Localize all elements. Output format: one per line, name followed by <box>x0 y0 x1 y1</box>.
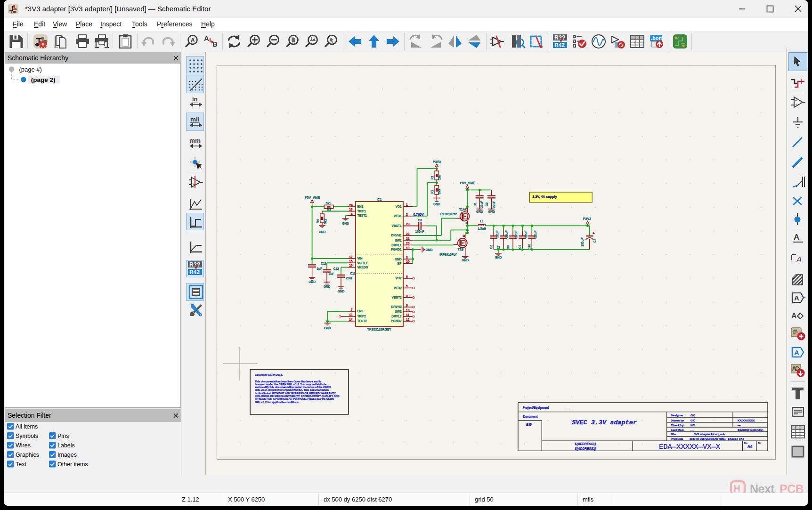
svg-text:GK: GK <box>690 419 695 422</box>
svg-text:s: s <box>466 221 467 224</box>
svg-text:C10: C10 <box>528 244 531 250</box>
svg-text:C12: C12 <box>333 267 339 270</box>
svg-text:GND: GND <box>338 290 345 293</box>
svg-text:19: 19 <box>406 246 410 250</box>
svg-text:3V3 adapter.kicad_sch: 3V3 adapter.kicad_sch <box>694 432 725 436</box>
svg-text:Rev: Rev <box>758 442 761 444</box>
svg-text:licensed under the CERN OHL v.: licensed under the CERN OHL v.1.2. You m… <box>255 383 326 386</box>
svg-text:22: 22 <box>406 232 410 235</box>
svg-text:150uF: 150uF <box>581 238 584 247</box>
svg-text:DRVH2: DRVH2 <box>391 305 402 308</box>
svg-text:22uF: 22uF <box>480 201 483 208</box>
svg-text:R2: R2 <box>430 189 434 194</box>
svg-text:P3V3: P3V3 <box>583 217 591 220</box>
svg-text:C9: C9 <box>518 244 521 249</box>
svg-text:BE/: BE/ <box>526 423 532 426</box>
svg-text:PGND2: PGND2 <box>391 319 402 323</box>
svg-text:GK: GK <box>690 413 695 417</box>
svg-text:(page 2): (page 2) <box>31 76 56 83</box>
svg-text:Wires: Wires <box>16 442 31 449</box>
svg-text:C13: C13 <box>350 272 356 275</box>
svg-text:GND: GND <box>309 280 316 283</box>
svg-text:13: 13 <box>349 313 353 316</box>
svg-text:C3: C3 <box>418 219 422 222</box>
svg-text:GND: GND <box>433 202 440 206</box>
svg-text:22uF: 22uF <box>514 230 518 237</box>
svg-text:25: 25 <box>406 260 410 263</box>
svg-text:A: A <box>204 34 209 42</box>
svg-text:TRIP2: TRIP2 <box>357 315 366 318</box>
svg-text:+: + <box>795 103 797 107</box>
svg-text:TPS53126RGET: TPS53126RGET <box>367 328 392 331</box>
svg-text:11k: 11k <box>438 175 441 180</box>
svg-text:${MODIFIEDDATE}: ${MODIFIEDDATE} <box>738 428 763 431</box>
svg-text:GND: GND <box>462 259 469 262</box>
svg-text:TEST2: TEST2 <box>357 319 367 323</box>
svg-text:(page #): (page #) <box>19 66 42 73</box>
svg-text:R4: R4 <box>316 219 319 223</box>
svg-text:EP: EP <box>398 262 402 265</box>
svg-text:18: 18 <box>349 208 353 211</box>
svg-text:Labels: Labels <box>57 442 75 449</box>
svg-text:VIN: VIN <box>357 257 363 260</box>
svg-text:A4: A4 <box>747 444 753 449</box>
svg-text:T1A: T1A <box>459 208 465 211</box>
svg-text:XX/XX/XXXX: XX/XX/XXXX <box>738 419 755 422</box>
svg-text:C2: C2 <box>485 202 488 206</box>
svg-text:GND: GND <box>324 326 331 330</box>
svg-text:10: 10 <box>406 308 410 312</box>
svg-text:R1: R1 <box>430 175 434 179</box>
svg-text:9: 9 <box>406 304 408 307</box>
svg-text:C6: C6 <box>489 244 493 249</box>
svg-text:1.5uH: 1.5uH <box>478 227 486 230</box>
svg-text:—: — <box>690 428 694 431</box>
svg-text:VO2: VO2 <box>395 276 401 280</box>
svg-text:A: A <box>791 312 797 320</box>
svg-text:FITNESS FOR A PARTICULAR PURPO: FITNESS FOR A PARTICULAR PURPOSE. Please… <box>255 397 334 400</box>
svg-text:H: H <box>734 483 740 494</box>
svg-text:A: A <box>794 348 799 356</box>
svg-text:GND: GND <box>342 222 349 225</box>
svg-text:SVEC 3.3V adapter: SVEC 3.3V adapter <box>572 419 637 426</box>
svg-text:EDA—XXXXX—VX—X: EDA—XXXXX—VX—X <box>659 443 721 451</box>
svg-text:C1: C1 <box>473 202 477 206</box>
svg-text:SW2: SW2 <box>395 310 401 313</box>
svg-text:GND: GND <box>495 256 502 259</box>
svg-text:—: — <box>738 423 741 427</box>
svg-text:3k3: 3k3 <box>438 189 441 194</box>
svg-text:Check.by: Check.by <box>671 423 684 427</box>
svg-text:C8: C8 <box>506 245 510 250</box>
svg-text:VBST2: VBST2 <box>392 296 402 299</box>
svg-text:Print Date: Print Date <box>671 437 683 440</box>
svg-text:17: 17 <box>349 255 353 259</box>
svg-text:All items: All items <box>16 423 38 430</box>
svg-text:P3V3: P3V3 <box>433 160 441 163</box>
svg-text:21: 21 <box>406 237 410 240</box>
svg-text:VREGS: VREGS <box>357 266 368 269</box>
svg-text:3.3V, 4A supply: 3.3V, 4A supply <box>532 194 557 199</box>
svg-text:12: 12 <box>406 318 410 321</box>
svg-text:A: A <box>794 294 799 302</box>
svg-text:NC: NC <box>690 423 695 427</box>
svg-text:PGND1: PGND1 <box>391 248 402 251</box>
svg-text:${ADDRESS2}: ${ADDRESS2} <box>575 447 596 451</box>
svg-text:Sheet 2 of 2: Sheet 2 of 2 <box>728 437 744 440</box>
svg-text:IC1: IC1 <box>377 198 382 201</box>
svg-text:Copyright CERN 2014.: Copyright CERN 2014. <box>255 373 283 376</box>
svg-text:22uF: 22uF <box>495 230 499 237</box>
svg-text:GND: GND <box>476 210 483 213</box>
svg-text:VO1: VO1 <box>395 205 401 208</box>
svg-text:3: 3 <box>406 256 408 259</box>
svg-text:DRVH1: DRVH1 <box>391 234 402 237</box>
svg-text:0.765V: 0.765V <box>414 213 424 216</box>
svg-text:This documentation describes O: This documentation describes Open Hardwa… <box>255 380 321 383</box>
svg-text:TEST1: TEST1 <box>357 214 367 217</box>
svg-text:Drawn by: Drawn by <box>671 419 684 422</box>
svg-text:Size: Size <box>744 442 747 444</box>
svg-text:Graphics: Graphics <box>16 452 39 458</box>
svg-text:Images: Images <box>57 452 77 458</box>
svg-text:EN2: EN2 <box>357 309 364 313</box>
svg-text:1uF: 1uF <box>317 267 323 270</box>
svg-text:8: 8 <box>406 294 408 298</box>
svg-text:2: 2 <box>406 213 408 216</box>
